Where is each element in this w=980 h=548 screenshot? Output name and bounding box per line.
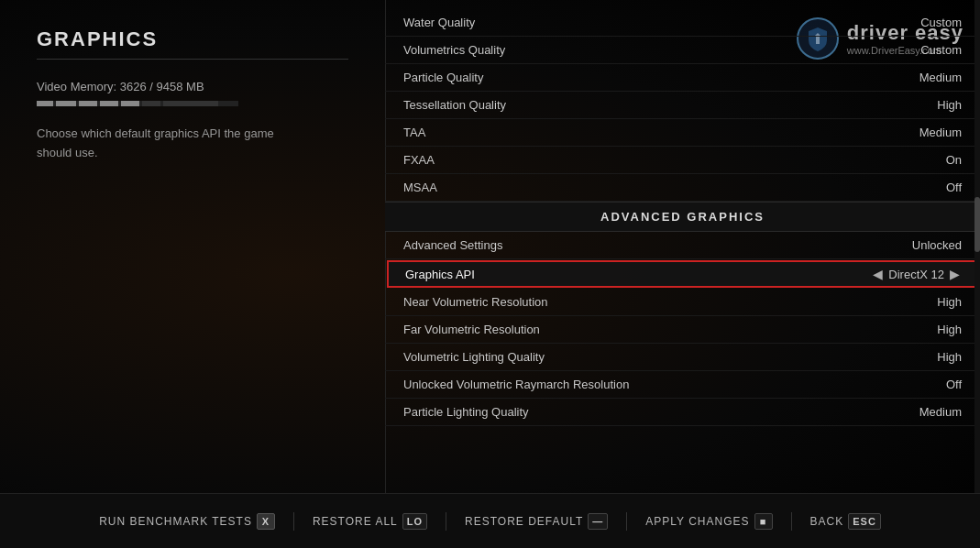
setting-row-unlocked-raymarch[interactable]: Unlocked Volumetric Raymarch Resolution …: [385, 371, 980, 399]
scrollbar[interactable]: [974, 0, 980, 493]
memory-bar-segment: [100, 101, 118, 106]
setting-value: Unlocked: [888, 238, 962, 252]
back-action[interactable]: Back ESC: [810, 513, 881, 530]
setting-row-graphics-api[interactable]: Graphics API ◀ DirectX 12 ▶: [387, 260, 978, 288]
setting-name: MSAA: [403, 181, 437, 194]
setting-name: Far Volumetric Resolution: [403, 323, 540, 336]
memory-bar-segment: [121, 101, 139, 106]
setting-row-volumetric-lighting[interactable]: Volumetric Lighting Quality High: [385, 344, 980, 371]
setting-value: Medium: [888, 405, 962, 419]
setting-name: Graphics API: [405, 268, 475, 281]
setting-name: TAA: [403, 126, 425, 139]
setting-row-particle-quality[interactable]: Particle Quality Medium: [385, 64, 980, 92]
setting-row-fxaa[interactable]: FXAA On: [385, 147, 980, 174]
setting-value: Custom: [888, 43, 962, 57]
separator: [446, 512, 446, 531]
apply-changes-action[interactable]: Apply Changes ■: [645, 513, 772, 530]
setting-value: Medium: [888, 71, 962, 84]
setting-name: FXAA: [403, 153, 435, 167]
run-benchmark-action[interactable]: Run Benchmark Tests X: [99, 513, 275, 530]
setting-row-far-volumetric[interactable]: Far Volumetric Resolution High: [385, 316, 980, 344]
setting-name: Unlocked Volumetric Raymarch Resolution: [403, 378, 629, 391]
setting-value: Custom: [888, 16, 962, 29]
setting-name: Volumetric Lighting Quality: [403, 350, 545, 364]
advanced-graphics-header: Advanced Graphics: [385, 202, 980, 232]
setting-name: Particle Lighting Quality: [403, 405, 529, 419]
restore-all-key: LO: [402, 513, 427, 530]
memory-bar-segment: [56, 101, 76, 106]
back-label: Back: [810, 515, 844, 528]
setting-row-tessellation-quality[interactable]: Tessellation Quality High: [385, 92, 980, 119]
setting-value: High: [888, 350, 962, 364]
restore-all-action[interactable]: Restore All LO: [313, 513, 427, 530]
setting-value: High: [888, 295, 962, 309]
separator: [626, 512, 627, 531]
run-benchmark-label: Run Benchmark Tests: [99, 515, 252, 528]
left-panel: Graphics Video Memory: 3626 / 9458 MB Ch…: [0, 0, 385, 493]
setting-row-msaa[interactable]: MSAA Off: [385, 174, 980, 202]
arrow-right-icon[interactable]: ▶: [950, 267, 960, 281]
restore-default-label: Restore Default: [465, 515, 583, 528]
setting-name: Near Volumetric Resolution: [403, 295, 548, 309]
scrollbar-thumb[interactable]: [974, 197, 980, 252]
memory-bar: [37, 101, 238, 106]
page-title: Graphics: [37, 27, 348, 60]
apply-changes-label: Apply Changes: [645, 515, 749, 528]
setting-value: On: [888, 153, 962, 167]
graphics-api-selector[interactable]: ◀ DirectX 12 ▶: [873, 267, 960, 281]
setting-name: Tessellation Quality: [403, 98, 506, 112]
restore-default-action[interactable]: Restore Default —: [465, 513, 608, 530]
apply-changes-key: ■: [754, 513, 773, 530]
setting-row-volumetrics-quality[interactable]: Volumetrics Quality Custom: [385, 37, 980, 64]
settings-list: Water Quality Custom Volumetrics Quality…: [385, 0, 980, 435]
setting-row-advanced-settings[interactable]: Advanced Settings Unlocked: [385, 232, 980, 259]
setting-row-near-volumetric[interactable]: Near Volumetric Resolution High: [385, 289, 980, 316]
memory-bar-segment-empty: [142, 101, 160, 106]
setting-value: Off: [888, 181, 962, 194]
right-panel: Water Quality Custom Volumetrics Quality…: [385, 0, 980, 493]
setting-value: High: [888, 323, 962, 336]
setting-row-taa[interactable]: TAA Medium: [385, 119, 980, 147]
setting-value: Medium: [888, 126, 962, 139]
description: Choose which default graphics API the ga…: [37, 125, 275, 163]
setting-name: Volumetrics Quality: [403, 43, 505, 57]
memory-label: Video Memory: 3626 / 9458 MB: [37, 80, 348, 93]
setting-name: Water Quality: [403, 16, 475, 29]
setting-row-water-quality[interactable]: Water Quality Custom: [385, 9, 980, 37]
memory-bar-segment-empty: [163, 101, 218, 106]
setting-name: Advanced Settings: [403, 238, 502, 252]
run-benchmark-key: X: [257, 513, 275, 530]
separator: [293, 512, 294, 531]
back-key: ESC: [848, 513, 881, 530]
setting-value: High: [888, 98, 962, 112]
setting-name: Particle Quality: [403, 71, 483, 84]
setting-row-particle-lighting[interactable]: Particle Lighting Quality Medium: [385, 399, 980, 426]
setting-value: Off: [888, 378, 962, 391]
graphics-api-value: DirectX 12: [888, 268, 944, 281]
restore-all-label: Restore All: [313, 515, 398, 528]
bottom-bar: Run Benchmark Tests X Restore All LO Res…: [0, 493, 980, 548]
memory-bar-segment: [37, 101, 53, 106]
restore-default-key: —: [588, 513, 608, 530]
separator: [791, 512, 792, 531]
memory-bar-segment: [79, 101, 97, 106]
arrow-left-icon[interactable]: ◀: [873, 267, 883, 281]
